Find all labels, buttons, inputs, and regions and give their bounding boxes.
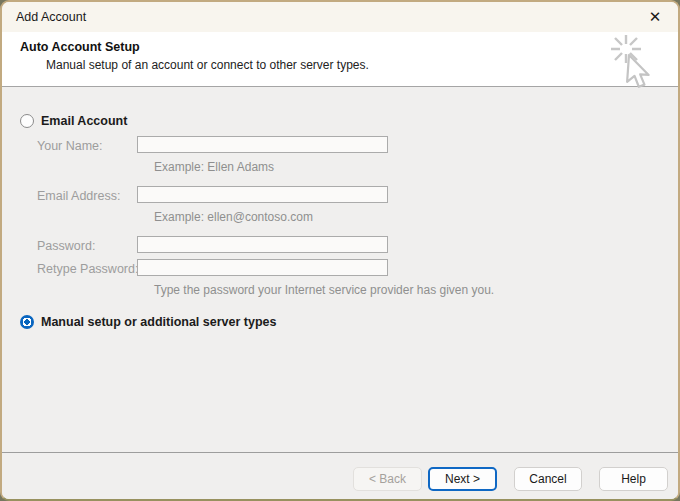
your-name-label: Your Name: — [37, 139, 103, 153]
title-bar: Add Account ✕ — [2, 2, 678, 32]
password-input[interactable] — [137, 236, 388, 253]
email-address-hint: Example: ellen@contoso.com — [154, 210, 313, 224]
click-cursor-icon — [602, 33, 668, 93]
retype-password-label: Retype Password: — [37, 262, 138, 276]
your-name-hint: Example: Ellen Adams — [154, 160, 274, 174]
button-bar: < Back Next > Cancel Help — [2, 452, 678, 499]
wizard-body: Email Account Your Name: Example: Ellen … — [2, 88, 678, 452]
radio-email-account-label[interactable]: Email Account — [41, 114, 127, 128]
cancel-button[interactable]: Cancel — [514, 467, 582, 491]
next-button[interactable]: Next > — [428, 467, 497, 491]
window-title: Add Account — [16, 10, 86, 24]
page-subtitle: Manual setup of an account or connect to… — [46, 58, 369, 72]
radio-manual-setup-label[interactable]: Manual setup or additional server types — [41, 315, 276, 329]
wizard-header: Auto Account Setup Manual setup of an ac… — [2, 32, 678, 87]
add-account-dialog: Add Account ✕ Auto Account Setup Manual … — [0, 0, 680, 501]
your-name-input[interactable] — [137, 136, 388, 153]
radio-email-account-control[interactable] — [20, 114, 34, 128]
email-address-label: Email Address: — [37, 189, 120, 203]
close-icon[interactable]: ✕ — [642, 5, 668, 29]
password-label: Password: — [37, 239, 95, 253]
back-button[interactable]: < Back — [353, 467, 422, 491]
help-button[interactable]: Help — [599, 467, 668, 491]
page-title: Auto Account Setup — [20, 40, 140, 54]
radio-email-account[interactable]: Email Account — [20, 114, 127, 128]
radio-manual-setup[interactable]: Manual setup or additional server types — [20, 315, 276, 329]
password-hint: Type the password your Internet service … — [154, 283, 494, 297]
retype-password-input[interactable] — [137, 259, 388, 276]
email-address-input[interactable] — [137, 186, 388, 203]
radio-manual-setup-control[interactable] — [20, 315, 34, 329]
